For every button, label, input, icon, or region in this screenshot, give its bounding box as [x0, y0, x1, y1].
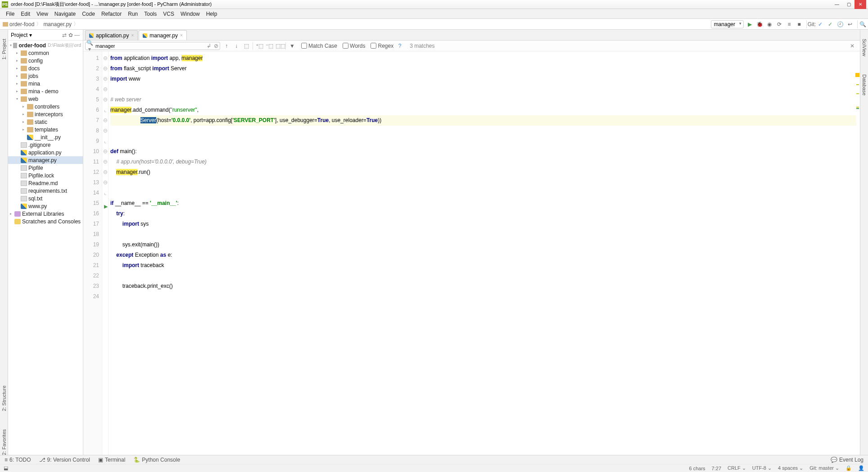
tree-file[interactable]: sql.txt [8, 195, 83, 202]
tree-folder[interactable]: ▸docs [8, 64, 83, 72]
filter-icon[interactable]: ▼ [289, 43, 296, 49]
maximize-button[interactable]: ▢ [843, 0, 854, 9]
autoscroll-icon[interactable]: ⇄ [61, 32, 68, 38]
code-content[interactable]: from application import app, managerfrom… [108, 51, 860, 455]
debug-button[interactable]: 🐞 [755, 20, 764, 28]
database-tool-tab[interactable]: Database [862, 74, 867, 95]
select-all-icon[interactable]: ⬚ [243, 43, 250, 49]
profile-button[interactable]: ⟳ [775, 20, 783, 28]
tree-folder[interactable]: ▸templates [8, 126, 83, 133]
vcs-revert-icon[interactable]: ↩ [846, 20, 854, 28]
tree-folder[interactable]: ▾web [8, 95, 83, 103]
search-everywhere-icon[interactable]: 🔍 [857, 20, 865, 28]
project-panel-title[interactable]: Project ▾ [11, 32, 61, 38]
status-encoding[interactable]: UTF-8 ⌄ [752, 465, 772, 471]
tree-folder[interactable]: ▸jobs [8, 72, 83, 80]
editor-tab[interactable]: manager.py× [139, 30, 187, 40]
run-button[interactable]: ▶ [746, 20, 754, 28]
tree-folder[interactable]: ▸static [8, 118, 83, 126]
tree-file[interactable]: __init__.py [8, 133, 83, 141]
stop-button[interactable]: ■ [795, 20, 803, 28]
tool-windows-toggle-icon[interactable]: ⬓ [4, 465, 8, 471]
vcs-tool-tab[interactable]: ⎇ 9: Version Control [39, 457, 90, 463]
close-tab-icon[interactable]: × [131, 33, 134, 38]
fold-gutter[interactable]: ⊖⊖⊖ ⊖⊖⌞ ⊖ ⊖⌞ ⊖⊖ ⊖⊖ ⌞ [102, 51, 108, 455]
regex-checkbox[interactable]: Regex [371, 43, 393, 49]
menu-vcs[interactable]: VCS [160, 10, 177, 18]
tree-folder[interactable]: ▸interceptors [8, 110, 83, 118]
inspection-profile-icon[interactable]: 👤 [858, 465, 864, 471]
tree-file[interactable]: Readme.md [8, 179, 83, 187]
status-caret-position[interactable]: 7:27 [712, 466, 721, 471]
marker[interactable] [856, 84, 859, 85]
menu-window[interactable]: Window [177, 10, 203, 18]
menu-help[interactable]: Help [203, 10, 221, 18]
structure-tool-tab[interactable]: 2: Structure [1, 386, 7, 411]
marker[interactable] [856, 107, 859, 108]
breadcrumb-root[interactable]: order-food [3, 21, 34, 27]
concurrency-button[interactable]: ≡ [785, 20, 793, 28]
tree-folder[interactable]: ▸config [8, 57, 83, 64]
help-icon[interactable]: ? [396, 43, 403, 49]
event-log-tool-tab[interactable]: 💬 Event Log [831, 457, 863, 463]
find-input[interactable] [94, 43, 205, 49]
read-only-lock-icon[interactable]: 🔒 [845, 465, 852, 471]
clear-icon[interactable]: ⊘ [212, 43, 220, 49]
terminal-tool-tab[interactable]: ▣ Terminal [98, 457, 125, 463]
status-indent[interactable]: 4 spaces ⌄ [778, 465, 803, 471]
vcs-commit-icon[interactable]: ✓ [826, 20, 834, 28]
tree-file[interactable]: www.py [8, 202, 83, 210]
tree-file[interactable]: application.py [8, 149, 83, 156]
vcs-history-icon[interactable]: 🕘 [836, 20, 844, 28]
menu-view[interactable]: View [33, 10, 51, 18]
find-input-container[interactable]: 🔍▾ ↲ ⊘ [85, 42, 220, 50]
tree-file[interactable]: manager.py [8, 156, 83, 164]
prev-match-icon[interactable]: ↑ [223, 43, 230, 49]
close-find-icon[interactable]: ✕ [847, 43, 857, 49]
status-line-ending[interactable]: CRLF ⌄ [728, 465, 746, 471]
code-editor[interactable]: 123456789101112131415161718192021222324 … [83, 51, 860, 455]
tree-folder[interactable]: ▸mina - demo [8, 87, 83, 95]
select-all-occurrences-icon[interactable]: ⬚⬚ [276, 43, 283, 49]
run-config-selector[interactable]: manager [711, 20, 744, 28]
tree-file[interactable]: requirements.txt [8, 187, 83, 195]
menu-navigate[interactable]: Navigate [51, 10, 79, 18]
python-console-tool-tab[interactable]: 🐍 Python Console [133, 457, 180, 463]
tree-folder[interactable]: ▸common [8, 49, 83, 57]
status-git-branch[interactable]: Git: master ⌄ [809, 465, 839, 471]
tree-file[interactable]: Pipfile.lock [8, 172, 83, 179]
error-stripe[interactable] [854, 73, 860, 455]
run-coverage-button[interactable]: ◉ [765, 20, 773, 28]
marker[interactable] [856, 93, 859, 94]
remove-selection-icon[interactable]: ⁻⬚ [266, 43, 273, 49]
todo-tool-tab[interactable]: ≡ 6: TODO [5, 457, 31, 463]
newline-icon[interactable]: ↲ [205, 43, 212, 49]
menu-refactor[interactable]: Refactor [98, 10, 125, 18]
run-gutter-icon[interactable]: ▶ [104, 204, 108, 209]
match-case-checkbox[interactable]: Match Case [301, 43, 337, 49]
close-tab-icon[interactable]: × [180, 33, 183, 38]
gear-icon[interactable]: ✿ [68, 32, 74, 38]
menu-edit[interactable]: Edit [18, 10, 33, 18]
breadcrumb-file[interactable]: manager.py [43, 21, 72, 27]
tree-file[interactable]: .gitignore [8, 141, 83, 149]
tree-scratches[interactable]: Scratches and Consoles [8, 218, 83, 225]
menu-tools[interactable]: Tools [141, 10, 160, 18]
hide-panel-icon[interactable]: — [74, 32, 80, 38]
sciview-tool-tab[interactable]: SciView [862, 39, 867, 56]
vcs-update-icon[interactable]: ✓ [816, 20, 824, 28]
next-match-icon[interactable]: ↓ [233, 43, 240, 49]
favorites-tool-tab[interactable]: 2: Favorites [1, 429, 7, 455]
tree-root[interactable]: ▾order-foodD:\Flask项目\ord [8, 41, 83, 49]
tree-external-libraries[interactable]: ▸External Libraries [8, 210, 83, 218]
analysis-status-icon[interactable] [855, 73, 859, 77]
menu-run[interactable]: Run [125, 10, 141, 18]
minimize-button[interactable]: — [831, 0, 843, 9]
tree-file[interactable]: Pipfile [8, 164, 83, 172]
editor-tab[interactable]: application.py× [85, 30, 138, 40]
menu-file[interactable]: File [3, 10, 18, 18]
marker[interactable] [856, 108, 859, 109]
words-checkbox[interactable]: Words [343, 43, 365, 49]
tree-folder[interactable]: ▸mina [8, 80, 83, 87]
project-tree[interactable]: ▾order-foodD:\Flask项目\ord ▸common▸config… [8, 41, 83, 455]
